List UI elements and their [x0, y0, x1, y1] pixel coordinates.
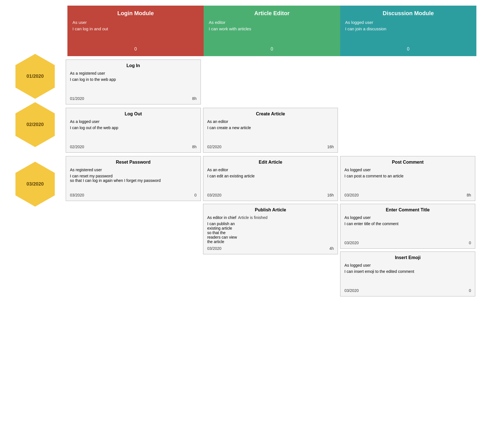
story-edit-article-03: Edit Article As an editor I can edit an … [203, 156, 338, 201]
sprint-01-hex-wrapper: 01/2020 [6, 60, 65, 88]
story-login-01-effort: 8h [192, 96, 197, 101]
story-edit-article-03-footer: 03/2020 16h [207, 193, 334, 197]
story-post-comment-03-role: As logged user [344, 168, 471, 172]
sprint-01-label: 01/2020 [26, 74, 44, 79]
story-enter-comment-title-03-desc: I can enter title of the comment [344, 221, 471, 238]
epic-article: Article Editor As editor I can work with… [204, 6, 340, 56]
sprint-03-col-login: Reset Password As registered user I can … [65, 156, 202, 201]
story-publish-article-03-title: Publish Article [207, 207, 334, 212]
story-create-article-02-effort: 16h [327, 145, 334, 149]
story-reset-password-03: Reset Password As registered user I can … [66, 156, 201, 201]
epic-login: Login Module As user I can log in and ou… [67, 6, 204, 56]
story-enter-comment-title-03: Enter Comment Title As logged user I can… [340, 204, 475, 249]
story-create-article-02-role: As an editor [207, 119, 334, 124]
sprint-02-stories: Log Out As a logged user I can log out o… [65, 108, 476, 153]
story-insert-emoji-03-date: 03/2020 [344, 288, 359, 293]
sprint-01-col-login: Log In As a registered user I can log in… [65, 60, 202, 104]
story-insert-emoji-03-footer: 03/2020 0 [344, 288, 471, 293]
story-login-01: Log In As a registered user I can log in… [66, 60, 201, 104]
epic-login-title: Login Module [72, 10, 199, 17]
story-reset-password-03-desc: I can reset my passwordso that I can log… [70, 174, 197, 191]
story-enter-comment-title-03-role: As logged user [344, 215, 471, 220]
story-reset-password-03-effort: 0 [194, 193, 197, 197]
sprint-03-col-discussion: Post Comment As logged user I can post a… [339, 156, 476, 296]
story-logout-02-title: Log Out [70, 111, 197, 116]
sprint-01-stories: Log In As a registered user I can log in… [65, 60, 476, 104]
story-publish-article-03-effort: 4h [329, 246, 334, 251]
epic-discussion-desc: I can join a discussion [345, 26, 471, 31]
epic-article-role: As editor [209, 20, 335, 25]
epic-article-count: 0 [209, 47, 335, 52]
sprint-02-hex-wrapper: 02/2020 [6, 108, 65, 136]
story-insert-emoji-03: Insert Emoji As logged user I can insert… [340, 252, 475, 296]
epic-row: Login Module As user I can log in and ou… [67, 6, 476, 56]
story-insert-emoji-03-desc: I can insert emoji to the edited comment [344, 269, 471, 286]
epic-discussion-role: As logged user [345, 20, 471, 25]
story-post-comment-03-effort: 8h [467, 193, 471, 197]
sprint-03-hex-wrapper: 03/2020 [6, 156, 65, 195]
sprint-02-col-article: Create Article As an editor I can create… [202, 108, 339, 153]
story-publish-article-03-date: 03/2020 [207, 246, 222, 251]
epic-article-desc: I can work with articles [209, 26, 335, 31]
epic-discussion-count: 0 [345, 47, 471, 52]
sprint-02-hexagon: 02/2020 [15, 113, 55, 136]
story-create-article-02-footer: 02/2020 16h [207, 145, 334, 149]
story-edit-article-03-desc: I can edit an existing article [207, 174, 334, 191]
story-insert-emoji-03-effort: 0 [469, 288, 471, 293]
story-insert-emoji-03-role: As logged user [344, 263, 471, 268]
epic-login-role: As user [72, 20, 199, 25]
story-edit-article-03-date: 03/2020 [207, 193, 222, 197]
story-reset-password-03-footer: 03/2020 0 [70, 193, 197, 197]
story-logout-02-desc: I can log out of the web app [70, 125, 197, 142]
sprint-03-hexagon: 03/2020 [15, 173, 55, 195]
story-post-comment-03-desc: I can post a comment to an article [344, 174, 471, 191]
story-create-article-02: Create Article As an editor I can create… [203, 108, 338, 153]
story-edit-article-03-effort: 16h [327, 193, 334, 197]
epic-discussion-title: Discussion Module [345, 10, 471, 17]
story-login-01-desc: I can log in to the web app [70, 77, 197, 94]
story-logout-02-date: 02/2020 [70, 145, 84, 149]
story-insert-emoji-03-title: Insert Emoji [344, 255, 471, 260]
board: Login Module As user I can log in and ou… [6, 6, 476, 296]
sprint-01: 01/2020 Log In As a registered user I ca… [6, 60, 476, 104]
story-create-article-02-title: Create Article [207, 111, 334, 116]
story-publish-article-03: Publish Article As editor in chief Artic… [203, 204, 338, 254]
story-enter-comment-title-03-date: 03/2020 [344, 241, 359, 245]
sprint-01-hexagon: 01/2020 [15, 65, 55, 88]
story-login-01-date: 01/2020 [70, 96, 84, 101]
story-login-01-footer: 01/2020 8h [70, 96, 197, 101]
sprint-02-col-login: Log Out As a logged user I can log out o… [65, 108, 202, 153]
story-login-01-title: Log In [70, 63, 197, 68]
story-reset-password-03-title: Reset Password [70, 160, 197, 165]
story-enter-comment-title-03-effort: 0 [469, 241, 471, 245]
sprint-03-label: 03/2020 [26, 181, 44, 187]
sprint-03: 03/2020 Reset Password As registered use… [6, 156, 476, 296]
epic-discussion: Discussion Module As logged user I can j… [340, 6, 476, 56]
story-reset-password-03-role: As registered user [70, 168, 197, 172]
story-edit-article-03-title: Edit Article [207, 160, 334, 165]
story-logout-02: Log Out As a logged user I can log out o… [66, 108, 201, 153]
story-publish-article-03-role: As editor in chief [207, 215, 237, 220]
sprint-03-col-article: Edit Article As an editor I can edit an … [202, 156, 339, 254]
story-post-comment-03-title: Post Comment [344, 160, 471, 165]
epic-article-title: Article Editor [209, 10, 335, 17]
story-post-comment-03-date: 03/2020 [344, 193, 359, 197]
story-publish-article-03-desc: I can publish anexisting articleso that … [207, 221, 334, 244]
story-publish-article-03-footer: 03/2020 4h [207, 246, 334, 251]
story-enter-comment-title-03-title: Enter Comment Title [344, 207, 471, 212]
story-create-article-02-date: 02/2020 [207, 145, 222, 149]
sprint-02-label: 02/2020 [26, 122, 44, 127]
story-edit-article-03-role: As an editor [207, 168, 334, 172]
story-logout-02-footer: 02/2020 8h [70, 145, 197, 149]
story-reset-password-03-date: 03/2020 [70, 193, 84, 197]
story-publish-article-03-condition: Article is finished [238, 215, 267, 220]
epic-login-count: 0 [72, 47, 199, 52]
sprint-02: 02/2020 Log Out As a logged user I can l… [6, 108, 476, 153]
story-create-article-02-desc: I can create a new article [207, 125, 334, 142]
epic-login-desc: I can log in and out [72, 26, 199, 31]
sprint-03-stories: Reset Password As registered user I can … [65, 156, 476, 296]
story-login-01-role: As a registered user [70, 71, 197, 76]
story-enter-comment-title-03-footer: 03/2020 0 [344, 241, 471, 245]
story-post-comment-03: Post Comment As logged user I can post a… [340, 156, 475, 201]
story-post-comment-03-footer: 03/2020 8h [344, 193, 471, 197]
